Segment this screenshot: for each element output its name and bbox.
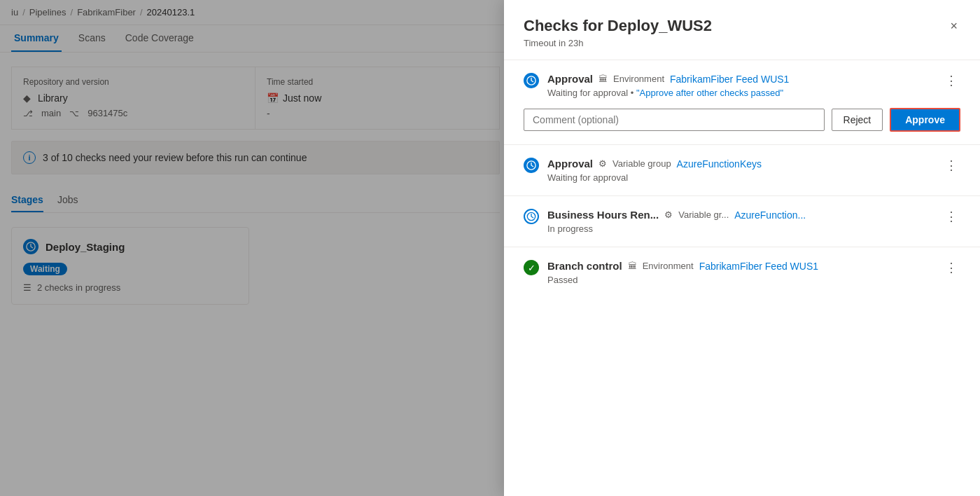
check2-status-icon bbox=[524, 158, 539, 173]
check3-name: Business Hours Ren... bbox=[547, 209, 659, 221]
comment-input[interactable] bbox=[524, 109, 825, 131]
check4-name: Branch control bbox=[547, 260, 622, 272]
approval-actions: Reject Approve bbox=[524, 108, 960, 132]
check4-subtitle: Passed bbox=[547, 275, 942, 285]
check-item-approval1: Approval 🏛 Environment FabrikamFiber Fee… bbox=[504, 60, 980, 145]
check3-status-icon bbox=[524, 209, 539, 224]
modal-subtitle: Timeout in 23h bbox=[524, 38, 712, 48]
check3-resource-type: Variable gr... bbox=[678, 209, 729, 220]
check1-more-button[interactable]: ⋮ bbox=[942, 73, 960, 88]
modal-title: Checks for Deploy_WUS2 bbox=[524, 17, 712, 35]
check2-more-button[interactable]: ⋮ bbox=[942, 158, 960, 173]
modal-header: Checks for Deploy_WUS2 Timeout in 23h × bbox=[504, 0, 980, 60]
check3-more-button[interactable]: ⋮ bbox=[942, 209, 960, 224]
check1-status-icon bbox=[524, 73, 539, 88]
check-item-branch-control: ✓ Branch control 🏛 Environment FabrikamF… bbox=[504, 247, 980, 298]
check-item-business-hours: Business Hours Ren... ⚙ Variable gr... A… bbox=[504, 196, 980, 247]
check4-status-icon: ✓ bbox=[524, 260, 539, 275]
check2-type-icon: ⚙ bbox=[598, 158, 607, 169]
check2-subtitle: Waiting for approval bbox=[547, 172, 942, 183]
check4-type-icon: 🏛 bbox=[628, 261, 637, 271]
check4-resource-type: Environment bbox=[643, 261, 694, 271]
check1-resource-link[interactable]: FabrikamFiber Feed WUS1 bbox=[670, 74, 789, 85]
modal-body: Approval 🏛 Environment FabrikamFiber Fee… bbox=[504, 60, 980, 496]
check1-type-icon: 🏛 bbox=[598, 74, 608, 84]
check3-type-icon: ⚙ bbox=[664, 209, 673, 220]
checks-modal: Checks for Deploy_WUS2 Timeout in 23h × bbox=[504, 0, 980, 496]
check3-resource-link[interactable]: AzureFunction... bbox=[734, 209, 806, 221]
check1-subtitle: Waiting for approval • "Approve after ot… bbox=[547, 88, 942, 98]
check1-quote-link[interactable]: "Approve after other checks passed" bbox=[636, 88, 783, 98]
check2-resource-link[interactable]: AzureFunctionKeys bbox=[677, 158, 762, 170]
check4-more-button[interactable]: ⋮ bbox=[942, 260, 960, 275]
reject-button[interactable]: Reject bbox=[832, 109, 883, 131]
close-button[interactable]: × bbox=[947, 17, 960, 35]
check1-resource-type: Environment bbox=[613, 74, 664, 84]
approve-button[interactable]: Approve bbox=[890, 108, 960, 132]
check4-resource-link[interactable]: FabrikamFiber Feed WUS1 bbox=[699, 261, 818, 272]
check-item-approval2: Approval ⚙ Variable group AzureFunctionK… bbox=[504, 145, 980, 196]
check1-name: Approval bbox=[547, 73, 593, 85]
check2-resource-type: Variable group bbox=[612, 158, 671, 169]
check2-name: Approval bbox=[547, 158, 593, 170]
check3-subtitle: In progress bbox=[547, 223, 942, 234]
